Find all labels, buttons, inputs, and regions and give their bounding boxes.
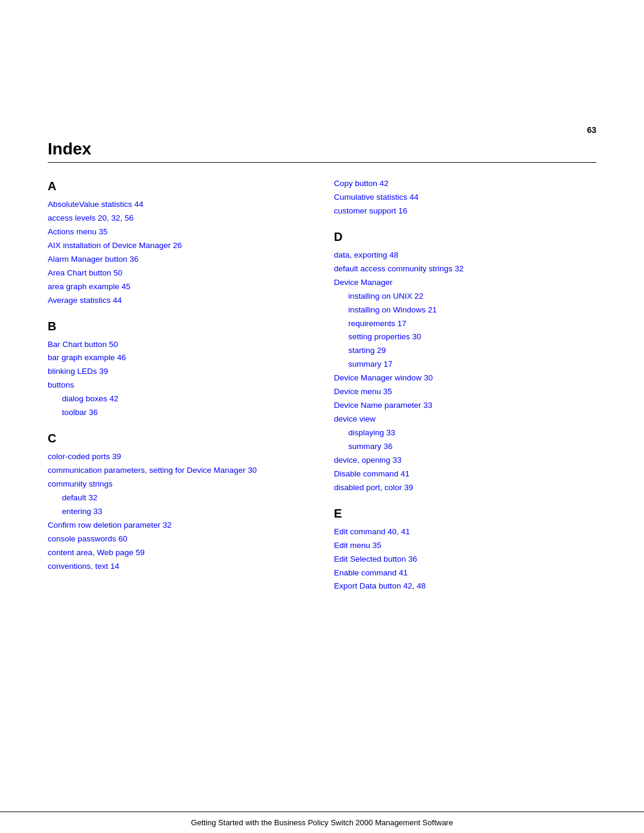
index-entry[interactable]: toolbar 36 <box>48 406 310 420</box>
index-section: EEdit command 40, 41Edit menu 35Edit Sel… <box>334 507 596 594</box>
index-entry[interactable]: Area Chart button 50 <box>48 267 310 280</box>
index-entry[interactable]: content area, Web page 59 <box>48 546 310 560</box>
index-entry[interactable]: conventions, text 14 <box>48 560 310 574</box>
index-entry[interactable]: Edit Selected button 36 <box>334 553 596 566</box>
index-entry[interactable]: dialog boxes 42 <box>48 392 310 406</box>
index-entry[interactable]: Edit command 40, 41 <box>334 525 596 539</box>
section-letter-a: A <box>48 179 310 193</box>
index-entry[interactable]: installing on Windows 21 <box>334 304 596 317</box>
index-section: Ccolor-coded ports 39communication param… <box>48 432 310 573</box>
page: 63 Index AAbsoluteValue statistics 44acc… <box>0 0 644 833</box>
index-entry[interactable]: installing on UNIX 22 <box>334 290 596 304</box>
index-entry[interactable]: area graph example 45 <box>48 280 310 294</box>
index-entry[interactable]: access levels 20, 32, 56 <box>48 212 310 225</box>
index-entry[interactable]: Average statistics 44 <box>48 294 310 308</box>
index-entry[interactable]: AbsoluteValue statistics 44 <box>48 198 310 212</box>
index-entry[interactable]: bar graph example 46 <box>48 351 310 365</box>
index-entry[interactable]: summary 17 <box>334 358 596 371</box>
index-entry[interactable]: Device Manager <box>334 276 596 290</box>
index-entry[interactable]: disabled port, color 39 <box>334 481 596 495</box>
index-entry[interactable]: Alarm Manager button 36 <box>48 253 310 267</box>
index-section: Ddata, exporting 48default access commun… <box>334 230 596 495</box>
index-entry[interactable]: communication parameters, setting for De… <box>48 464 310 478</box>
index-entry[interactable]: data, exporting 48 <box>334 249 596 262</box>
right-column: Copy button 42Cumulative statistics 44cu… <box>334 177 596 605</box>
index-entry[interactable]: Edit menu 35 <box>334 539 596 553</box>
index-entry[interactable]: community strings <box>48 478 310 491</box>
index-entry[interactable]: color-coded ports 39 <box>48 450 310 464</box>
index-entry[interactable]: default 32 <box>48 491 310 505</box>
page-number: 63 <box>0 119 644 135</box>
footer: Getting Started with the Business Policy… <box>0 812 644 833</box>
index-entry[interactable]: Cumulative statistics 44 <box>334 191 596 205</box>
index-entry[interactable]: setting properties 30 <box>334 330 596 344</box>
index-entry[interactable]: Actions menu 35 <box>48 225 310 239</box>
footer-text: Getting Started with the Business Policy… <box>191 818 453 827</box>
index-entry[interactable]: Enable command 41 <box>334 566 596 580</box>
index-section: AAbsoluteValue statistics 44access level… <box>48 179 310 308</box>
index-entry[interactable]: requirements 17 <box>334 317 596 331</box>
index-section: BBar Chart button 50bar graph example 46… <box>48 320 310 420</box>
section-letter-b: B <box>48 320 310 333</box>
index-section: Copy button 42Cumulative statistics 44cu… <box>334 177 596 218</box>
index-entry[interactable]: summary 36 <box>334 440 596 454</box>
section-letter-d: D <box>334 230 596 244</box>
section-letter-c: C <box>48 432 310 445</box>
index-entry[interactable]: device, opening 33 <box>334 454 596 467</box>
index-title: Index <box>48 140 596 159</box>
index-entry[interactable]: Device menu 35 <box>334 385 596 399</box>
index-entry[interactable]: AIX installation of Device Manager 26 <box>48 239 310 253</box>
index-entry[interactable]: Export Data button 42, 48 <box>334 580 596 593</box>
index-entry[interactable]: buttons <box>48 379 310 392</box>
index-entry[interactable]: entering 33 <box>48 505 310 519</box>
index-entry[interactable]: displaying 33 <box>334 426 596 440</box>
index-entry[interactable]: Confirm row deletion parameter 32 <box>48 519 310 532</box>
index-entry[interactable]: starting 29 <box>334 344 596 358</box>
index-entry[interactable]: Device Manager window 30 <box>334 371 596 385</box>
section-letter-e: E <box>334 507 596 521</box>
index-entry[interactable]: customer support 16 <box>334 205 596 218</box>
index-entry[interactable]: Disable command 41 <box>334 467 596 481</box>
content-area: Index AAbsoluteValue statistics 44access… <box>0 135 644 812</box>
index-entry[interactable]: blinking LEDs 39 <box>48 365 310 379</box>
title-rule <box>48 162 596 163</box>
index-entry[interactable]: default access community strings 32 <box>334 262 596 276</box>
index-entry[interactable]: Bar Chart button 50 <box>48 338 310 352</box>
two-column-layout: AAbsoluteValue statistics 44access level… <box>48 177 596 605</box>
index-entry[interactable]: Device Name parameter 33 <box>334 399 596 413</box>
index-entry[interactable]: Copy button 42 <box>334 177 596 191</box>
top-spacer <box>0 0 644 119</box>
left-column: AAbsoluteValue statistics 44access level… <box>48 177 310 605</box>
page-number-text: 63 <box>587 125 596 135</box>
index-entry[interactable]: console passwords 60 <box>48 532 310 546</box>
index-entry[interactable]: device view <box>334 413 596 426</box>
